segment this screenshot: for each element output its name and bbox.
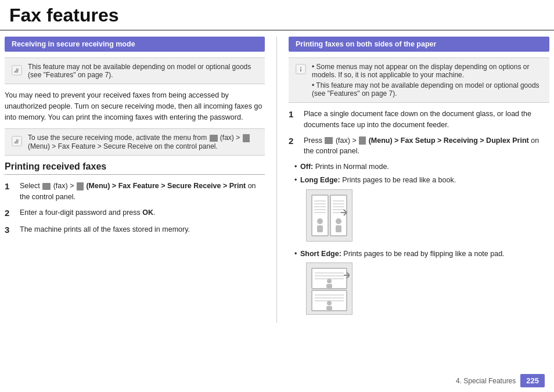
svg-point-32 bbox=[327, 301, 332, 305]
menu-icon-step2 bbox=[359, 136, 366, 145]
right-step-text-1: Place a single document face down on the… bbox=[304, 109, 549, 131]
long-edge-image bbox=[306, 189, 352, 242]
left-note2-suffix: (Menu) > Fax Feature > Secure Receive on… bbox=[28, 142, 218, 150]
right-note2: This feature may not be available depend… bbox=[312, 81, 539, 98]
bullet-off: Off: Prints in Normal mode. bbox=[294, 161, 549, 172]
left-steps: 1 Select (fax) > (Menu) > Fax Feature > … bbox=[5, 181, 265, 237]
menu-icon-inline bbox=[243, 134, 250, 142]
step-text-2: Enter a four-digit password and press OK… bbox=[20, 207, 265, 218]
left-step-3: 3 The machine prints all of the faxes st… bbox=[5, 224, 265, 237]
left-note2-text: To use the secure receiving mode, activa… bbox=[28, 134, 259, 150]
left-step-1: 1 Select (fax) > (Menu) > Fax Feature > … bbox=[5, 181, 265, 203]
left-subsection-title: Printing received faxes bbox=[5, 161, 265, 175]
svg-point-19 bbox=[336, 218, 341, 224]
fax-icon-step1 bbox=[42, 183, 51, 190]
svg-rect-31 bbox=[326, 284, 332, 288]
right-step-num-2: 2 bbox=[289, 135, 301, 148]
svg-point-30 bbox=[327, 279, 332, 283]
left-note1-text: This feature may not be available depend… bbox=[28, 63, 259, 79]
svg-point-17 bbox=[317, 218, 323, 224]
right-bullets: Off: Prints in Normal mode. Long Edge: P… bbox=[289, 161, 549, 318]
svg-rect-20 bbox=[336, 225, 341, 232]
svg-point-3 bbox=[300, 67, 301, 68]
bullet-long-edge: Long Edge: Prints pages to be read like … bbox=[294, 175, 549, 245]
svg-rect-4 bbox=[300, 69, 301, 72]
footer: 4. Special Features 225 bbox=[456, 374, 545, 387]
fax-icon-step2 bbox=[325, 137, 333, 144]
step-num-2: 2 bbox=[5, 207, 17, 220]
fax-icon-inline bbox=[210, 135, 218, 142]
svg-rect-33 bbox=[326, 306, 332, 310]
left-column: Receiving in secure receiving mode This … bbox=[5, 37, 277, 323]
menu-icon-step1 bbox=[77, 182, 84, 190]
right-step-num-1: 1 bbox=[289, 108, 301, 121]
right-section-header: Printing faxes on both sides of the pape… bbox=[289, 37, 549, 52]
right-steps: 1 Place a single document face down on t… bbox=[289, 109, 549, 157]
step-text-3: The machine prints all of the faxes stor… bbox=[20, 224, 265, 235]
right-column: Printing faxes on both sides of the pape… bbox=[277, 37, 549, 323]
right-step-1: 1 Place a single document face down on t… bbox=[289, 109, 549, 131]
short-edge-image bbox=[306, 262, 352, 315]
right-notes: • Some menus may not appear on the displ… bbox=[289, 57, 549, 103]
left-step-2: 2 Enter a four-digit password and press … bbox=[5, 207, 265, 220]
step-text-1: Select (fax) > (Menu) > Fax Feature > Se… bbox=[20, 181, 265, 203]
right-step-text-2: Press (fax) > (Menu) > Fax Setup > Recei… bbox=[304, 135, 549, 157]
bullet-short-edge: Short Edge: Prints pages to be read by f… bbox=[294, 249, 549, 319]
title-bar: Fax features bbox=[0, 0, 554, 31]
step-num-3: 3 bbox=[5, 224, 17, 237]
page: Fax features Receiving in secure receivi… bbox=[0, 0, 554, 392]
left-body-text: You may need to prevent your received fa… bbox=[5, 90, 265, 123]
page-title: Fax features bbox=[9, 5, 119, 26]
right-notes-content: • Some menus may not appear on the displ… bbox=[312, 63, 544, 98]
info-icon bbox=[294, 63, 307, 77]
footer-page-number: 225 bbox=[520, 374, 545, 387]
left-note2: To use the secure receiving mode, activa… bbox=[5, 128, 265, 156]
pencil-icon bbox=[10, 64, 23, 78]
main-columns: Receiving in secure receiving mode This … bbox=[0, 37, 554, 323]
footer-label: 4. Special Features bbox=[456, 377, 516, 385]
right-note1: Some menus may not appear on the display… bbox=[312, 63, 529, 79]
left-note1: This feature may not be available depend… bbox=[5, 57, 265, 84]
right-step-2: 2 Press (fax) > (Menu) > Fax Setup > Rec… bbox=[289, 135, 549, 157]
left-section-header: Receiving in secure receiving mode bbox=[5, 37, 265, 52]
step-num-1: 1 bbox=[5, 180, 17, 193]
svg-rect-18 bbox=[317, 225, 323, 232]
pencil-icon2 bbox=[10, 135, 23, 149]
